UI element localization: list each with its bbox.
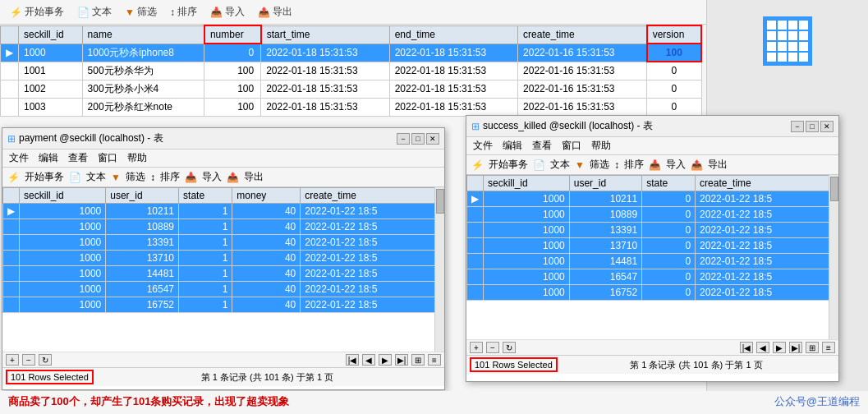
payment-scrollbar[interactable] [434,187,444,352]
cell-start_time: 2022-01-18 15:31:53 [261,44,389,62]
sk-menu-help[interactable]: 帮助 [591,139,611,153]
cell-money: 40 [232,266,301,282]
table-row: 10001339102022-01-22 18:5 [467,223,838,238]
sk-grid-view-btn[interactable]: ⊞ [806,342,819,353]
grid-cell [799,42,808,51]
cell-state: 1 [179,251,232,266]
cell-user_id: 10211 [569,191,641,207]
sk-delete-row-btn[interactable]: − [486,342,499,353]
maximize-btn[interactable]: □ [411,133,425,145]
cell-user_id: 10211 [106,204,179,219]
sk-scrollbar[interactable] [829,175,838,339]
success-killed-window: ⊞ success_killed @seckill (localhost) - … [466,115,839,382]
export-btn[interactable]: 📤 导出 [255,3,296,21]
sk-menu-window[interactable]: 窗口 [562,139,581,153]
grid-cell [788,42,797,51]
sk-menu-file[interactable]: 文件 [473,139,493,153]
annotation-left: 商品卖了100个，却产生了101条购买记录，出现了超卖现象 [8,394,289,411]
sk-prev-page-btn[interactable]: ◀ [756,342,769,353]
grid-cell [799,53,808,62]
right-panel-top [707,0,868,131]
cell-create_time: 2022-01-16 15:31:53 [518,44,647,62]
menu-window[interactable]: 窗口 [98,151,117,165]
cell-version: 0 [647,98,701,116]
prev-page-btn[interactable]: ◀ [362,354,375,366]
add-row-btn[interactable]: + [6,354,19,366]
payment-rows-selected: 101 Rows Selected [6,370,94,384]
sk-first-page-btn[interactable]: |◀ [740,342,753,353]
sk-form-view-btn[interactable]: ≡ [822,342,835,353]
sk-last-page-btn[interactable]: ▶| [789,342,802,353]
first-page-btn[interactable]: |◀ [346,354,359,366]
sk-maximize-btn[interactable]: □ [806,121,819,132]
sk-menu-view[interactable]: 查看 [532,139,552,153]
filter-btn[interactable]: ▼ 筛选 [122,3,160,21]
cell-state: 1 [179,204,232,219]
sk-text-icon: 📄 [533,159,545,171]
export-icon: 📤 [258,7,270,18]
menu-file[interactable]: 文件 [9,151,29,165]
main-window: ⚡ 开始事务 📄 文本 ▼ 筛选 ↕ 排序 📥 导入 📤 导出 [0,0,868,414]
export-icon2: 📤 [227,172,239,183]
sk-add-row-btn[interactable]: + [470,342,483,353]
row-arrow [467,269,484,285]
cell-money: 40 [232,235,301,251]
cell-seckill_id: 1001 [19,62,83,80]
cell-seckill_id: 1000 [484,207,570,223]
cell-create_time: 2022-01-22 18:5 [301,297,444,313]
text-btn[interactable]: 📄 文本 [74,3,115,21]
sk-next-page-btn[interactable]: ▶ [773,342,786,353]
bottom-annotation: 商品卖了100个，却产生了101条购买记录，出现了超卖现象 公众号@王道编程 [0,391,868,414]
sk-menu-edit[interactable]: 编辑 [503,139,522,153]
payment-col-money: money [232,188,301,204]
sort-btn[interactable]: ↕ 排序 [167,3,200,21]
cell-seckill_id: 1000 [20,251,106,266]
menu-edit[interactable]: 编辑 [39,151,58,165]
row-arrow [3,251,20,266]
cell-user_id: 13391 [569,223,641,238]
sk-refresh-btn[interactable]: ↻ [503,342,516,353]
menu-view[interactable]: 查看 [68,151,88,165]
payment-col-user-id: user_id [106,188,179,204]
cell-seckill_id: 1000 [484,269,570,285]
cell-user_id: 14481 [569,254,641,269]
cell-money: 40 [232,219,301,235]
delete-row-btn[interactable]: − [22,354,35,366]
export-label2: 导出 [244,170,264,184]
refresh-btn[interactable]: ↻ [39,354,52,366]
cell-seckill_id: 1000 [484,238,570,254]
sk-sort-icon: ↕ [614,159,619,171]
row-arrow [3,235,20,251]
cell-state: 0 [642,269,696,285]
table-icon: ⊞ [7,133,16,145]
text-label2: 文本 [86,170,106,184]
cell-seckill_id: 1000 [20,235,106,251]
next-page-btn[interactable]: ▶ [379,354,392,366]
form-view-btn[interactable]: ≡ [428,354,441,366]
minimize-btn[interactable]: − [397,133,410,145]
payment-window-title: ⊞ payment @seckill (localhost) - 表 [7,131,397,145]
start-transaction-btn[interactable]: ⚡ 开始事务 [7,3,67,21]
success-killed-toolbar: ⚡ 开始事务 📄 文本 ▼ 筛选 ↕ 排序 📥 导入 📤 导出 [466,155,838,175]
grid-view-btn[interactable]: ⊞ [411,354,425,366]
cell-money: 40 [232,297,301,313]
cell-seckill_id: 1000 [20,219,106,235]
col-number-header: number [204,25,261,44]
cell-version: 100 [647,44,701,62]
start-tx-icon: ⚡ [7,172,20,183]
sk-close-btn[interactable]: ✕ [820,121,834,132]
menu-help[interactable]: 帮助 [127,151,147,165]
close-btn[interactable]: ✕ [426,133,439,145]
sk-minimize-btn[interactable]: − [791,121,804,132]
row-arrow [467,207,484,223]
cell-name: 500元秒杀华为 [82,62,204,80]
grid-cell [799,21,808,30]
import-btn[interactable]: 📥 导入 [207,3,248,21]
cell-seckill_id: 1000 [484,285,570,301]
last-page-btn[interactable]: ▶| [395,354,408,366]
row-arrow [3,282,20,297]
cell-seckill_id: 1000 [484,254,570,269]
cell-state: 0 [642,285,696,301]
cell-user_id: 10889 [569,207,641,223]
row-arrow [467,238,484,254]
